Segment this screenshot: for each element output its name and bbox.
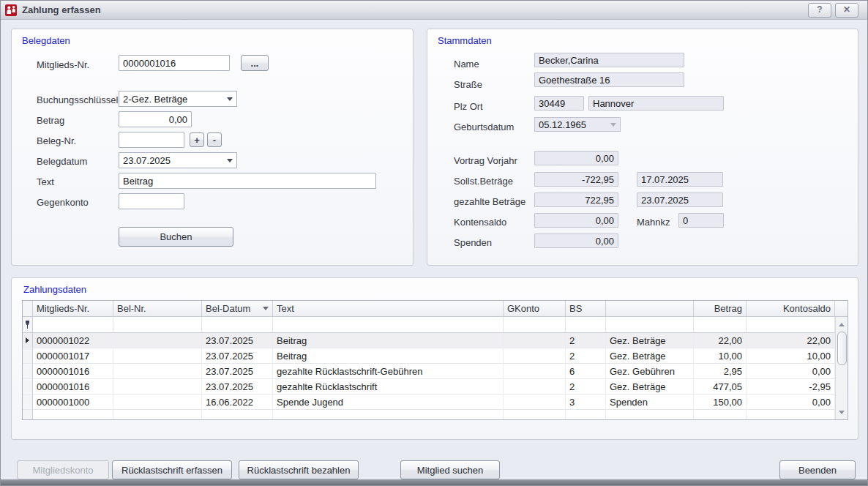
- ruecklastschrift-erfassen-button[interactable]: Rücklastschrift erfassen: [112, 460, 232, 479]
- beleg-nr-input[interactable]: [119, 132, 184, 148]
- filter-cell[interactable]: [694, 317, 747, 333]
- cell-bel-nr[interactable]: [113, 348, 202, 364]
- table-row[interactable]: 0000001016 23.07.2025 gezahlte Rücklasts…: [23, 379, 835, 395]
- scroll-up-button[interactable]: [836, 318, 848, 330]
- beleg-nr-increment-button[interactable]: +: [190, 132, 204, 147]
- cell-bel-datum[interactable]: 23.07.2025: [202, 364, 273, 379]
- cell-gkonto[interactable]: [504, 395, 566, 410]
- beenden-button[interactable]: Beenden: [779, 460, 856, 479]
- cell-mitglieds-nr[interactable]: 0000001017: [33, 348, 113, 364]
- cell-mitglieds-nr[interactable]: 0000001016: [33, 364, 113, 379]
- help-button[interactable]: ?: [808, 3, 831, 18]
- filter-cell[interactable]: [747, 317, 835, 333]
- titlebar-buttons: ? ✕: [808, 3, 863, 18]
- cell-bs-text[interactable]: Gez. Beträge: [606, 379, 694, 395]
- cell-bs[interactable]: 2: [566, 333, 606, 348]
- cell-gkonto[interactable]: [504, 379, 566, 395]
- cell-bel-nr[interactable]: [113, 379, 202, 395]
- col-header-betrag[interactable]: Betrag: [694, 301, 747, 317]
- app-window: Zahlung erfassen ? ✕ Belegdaten Mitglied…: [0, 0, 868, 486]
- table-row[interactable]: 0000001016 23.07.2025 gezahlte Rücklasts…: [23, 364, 835, 379]
- cell-bs[interactable]: 2: [566, 348, 606, 364]
- mitglieds-nr-input[interactable]: [119, 55, 230, 71]
- header-indicator-cell: [23, 301, 33, 317]
- col-header-kontosaldo[interactable]: Kontosaldo: [747, 301, 835, 317]
- cell-bs[interactable]: 2: [566, 379, 606, 395]
- col-header-bs-text[interactable]: [606, 301, 694, 317]
- beleg-nr-decrement-button[interactable]: -: [207, 132, 222, 147]
- col-header-bel-nr[interactable]: Bel-Nr.: [113, 301, 202, 317]
- row-indicator-cell: [23, 395, 33, 410]
- cell-bel-nr[interactable]: [113, 364, 202, 379]
- cell-text[interactable]: gezahlte Rücklastschrift: [273, 379, 504, 395]
- payments-table: Mitglieds-Nr. Bel-Nr. Bel-Datum Text GKo…: [22, 300, 848, 420]
- cell-betrag[interactable]: 2,95: [694, 364, 747, 379]
- cell-bs[interactable]: 3: [566, 395, 606, 410]
- cell-mitglieds-nr[interactable]: 0000001000: [33, 395, 113, 410]
- filter-cell[interactable]: [202, 317, 273, 333]
- filter-cell[interactable]: [273, 317, 504, 333]
- cell-bel-datum[interactable]: 23.07.2025: [202, 379, 273, 395]
- scrollbar-thumb[interactable]: [837, 332, 847, 365]
- close-button[interactable]: ✕: [835, 3, 858, 18]
- cell-bs-text[interactable]: Spenden: [606, 395, 694, 410]
- col-header-text[interactable]: Text: [273, 301, 504, 317]
- header-scroll-spacer: [835, 301, 848, 317]
- buchungsschluessel-select[interactable]: 2-Gez. Beträge: [119, 91, 237, 107]
- col-header-gkonto[interactable]: GKonto: [504, 301, 566, 317]
- filter-cell[interactable]: [33, 317, 113, 333]
- text-input[interactable]: [119, 173, 376, 189]
- cell-mitglieds-nr[interactable]: 0000001022: [33, 333, 113, 348]
- cell-gkonto[interactable]: [504, 348, 566, 364]
- cell-text[interactable]: Beitrag: [273, 348, 504, 364]
- cell-text[interactable]: Spende Jugend: [273, 395, 504, 410]
- filter-row[interactable]: [23, 317, 835, 333]
- col-header-bs[interactable]: BS: [566, 301, 606, 317]
- cell-mitglieds-nr[interactable]: 0000001016: [33, 379, 113, 395]
- scroll-down-button[interactable]: [836, 406, 848, 418]
- betrag-input[interactable]: [119, 111, 192, 127]
- gegenkonto-input[interactable]: [119, 193, 184, 209]
- cell-kontosaldo[interactable]: 22,00: [747, 333, 835, 348]
- cell-text[interactable]: Beitrag: [273, 333, 504, 348]
- cell-betrag[interactable]: 22,00: [694, 333, 747, 348]
- cell-betrag[interactable]: 477,05: [694, 379, 747, 395]
- cell-bs-text[interactable]: Gez. Beträge: [606, 333, 694, 348]
- cell-kontosaldo[interactable]: 0,00: [747, 395, 835, 410]
- col-header-bel-datum[interactable]: Bel-Datum: [202, 301, 273, 317]
- vortrag-vorjahr-field: [534, 151, 618, 165]
- cell-bs-text[interactable]: Gez. Beträge: [606, 348, 694, 364]
- cell-gkonto[interactable]: [504, 364, 566, 379]
- cell-text[interactable]: gezahlte Rücklastschrift-Gebühren: [273, 364, 504, 379]
- vertical-scrollbar[interactable]: [835, 317, 848, 419]
- table-row[interactable]: 0000001022 23.07.2025 Beitrag 2 Gez. Bet…: [23, 333, 835, 348]
- col-header-mitglieds-nr[interactable]: Mitglieds-Nr.: [33, 301, 113, 317]
- buchen-button[interactable]: Buchen: [119, 227, 233, 247]
- cell-bel-nr[interactable]: [113, 333, 202, 348]
- belegdatum-select[interactable]: 23.07.2025: [119, 152, 237, 168]
- cell-kontosaldo[interactable]: 0,00: [747, 364, 835, 379]
- cell-bel-datum[interactable]: 16.06.2022: [202, 395, 273, 410]
- buchungsschluessel-label: Buchungsschlüssel: [37, 94, 118, 105]
- cell-betrag[interactable]: 150,00: [694, 395, 747, 410]
- table-row[interactable]: 0000001017 23.07.2025 Beitrag 2 Gez. Bet…: [23, 348, 835, 364]
- table-row[interactable]: 0000001000 16.06.2022 Spende Jugend 3 Sp…: [23, 395, 835, 410]
- cell-kontosaldo[interactable]: 10,00: [747, 348, 835, 364]
- empty-cell: [566, 410, 606, 420]
- filter-cell[interactable]: [504, 317, 566, 333]
- cell-bel-datum[interactable]: 23.07.2025: [202, 333, 273, 348]
- cell-gkonto[interactable]: [504, 333, 566, 348]
- filter-cell[interactable]: [606, 317, 694, 333]
- belegdatum-label: Belegdatum: [37, 156, 87, 167]
- filter-cell[interactable]: [566, 317, 606, 333]
- filter-cell[interactable]: [113, 317, 202, 333]
- cell-kontosaldo[interactable]: -2,95: [747, 379, 835, 395]
- cell-bel-datum[interactable]: 23.07.2025: [202, 348, 273, 364]
- ruecklastschrift-bezahlen-button[interactable]: Rücklastschrift bezahlen: [239, 460, 359, 479]
- cell-betrag[interactable]: 10,00: [694, 348, 747, 364]
- cell-bs-text[interactable]: Gez. Gebühren: [606, 364, 694, 379]
- browse-member-button[interactable]: ...: [241, 55, 269, 71]
- cell-bs[interactable]: 6: [566, 364, 606, 379]
- cell-bel-nr[interactable]: [113, 395, 202, 410]
- mitglied-suchen-button[interactable]: Mitglied suchen: [400, 460, 500, 479]
